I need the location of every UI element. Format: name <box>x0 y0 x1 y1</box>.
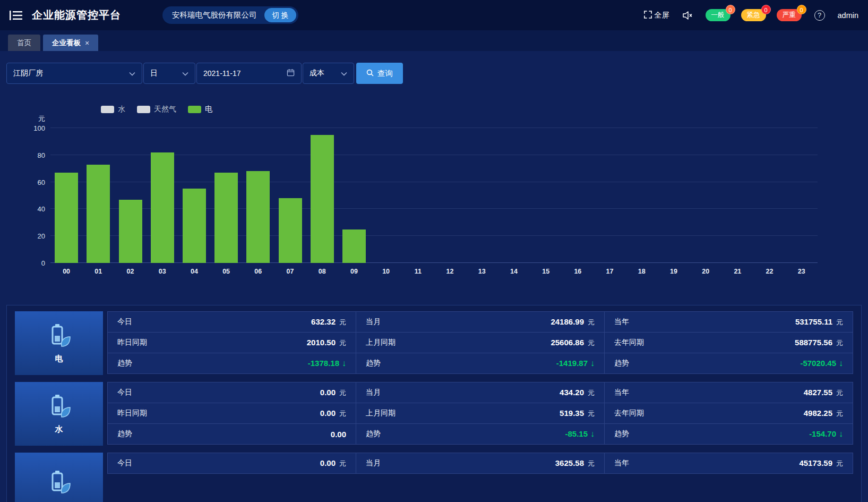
bar-电-04[interactable] <box>183 189 206 263</box>
filter-bar: 江阴厂房 日 2021-11-17 成本 查询 <box>0 51 868 84</box>
user-menu[interactable]: admin <box>838 11 859 20</box>
cell-value: 632.32 <box>311 317 336 326</box>
bar-电-05[interactable] <box>214 173 238 263</box>
legend-item-0[interactable]: 水 <box>101 105 125 114</box>
cell-value-group: 24186.99元 <box>551 317 595 327</box>
bar-电-01[interactable] <box>87 165 110 263</box>
cell-value: 4827.55 <box>804 388 832 397</box>
energy-column: 当月24186.99元上月同期25606.86元趋势-1419.87↓ <box>356 311 605 375</box>
x-tick-label: 16 <box>562 268 594 275</box>
cell-value-group: 531755.11元 <box>795 317 843 327</box>
fullscreen-icon <box>644 11 652 20</box>
alarm-label: 一般 <box>711 11 725 19</box>
bar-电-08[interactable] <box>311 135 334 263</box>
legend-item-1[interactable]: 天然气 <box>137 105 176 114</box>
bar-电-07[interactable] <box>279 198 302 263</box>
bar-slot <box>786 128 818 263</box>
calendar-icon <box>287 69 295 78</box>
y-tick-label: 80 <box>24 151 45 159</box>
bar-电-09[interactable] <box>342 229 366 263</box>
energy-cell: 今日0.00元 <box>107 382 356 403</box>
trend-down-icon: ↓ <box>342 359 346 368</box>
cell-unit: 元 <box>588 409 595 419</box>
alarm-pill-2[interactable]: 严重0 <box>777 9 802 21</box>
bar-电-02[interactable] <box>119 200 142 263</box>
chart-plot: 元 02040608010000010203040506070809101112… <box>50 128 818 263</box>
mute-icon[interactable] <box>682 11 693 20</box>
cell-unit: 元 <box>588 388 595 398</box>
cell-value: 588775.56 <box>795 338 832 347</box>
metric-select[interactable]: 成本 <box>303 63 354 84</box>
menu-collapse-icon[interactable] <box>10 10 23 21</box>
trend-down-icon: ↓ <box>590 429 595 439</box>
energy-column: 今日0.00元昨日同期0.00元趋势0.00 <box>107 382 356 446</box>
tab-1[interactable]: 企业看板× <box>43 35 98 51</box>
energy-column: 当年531755.11元去年同期588775.56元趋势-57020.45↓ <box>604 311 853 375</box>
cell-label: 当年 <box>614 458 629 468</box>
bar-slot <box>434 128 466 263</box>
cell-value: 531755.11 <box>795 317 832 326</box>
cell-value-group: 434.20元 <box>560 388 595 398</box>
cell-value-group: -154.70↓ <box>809 429 843 439</box>
cell-value: 24186.99 <box>551 317 584 326</box>
bar-slot <box>370 128 402 263</box>
bar-slot <box>338 128 370 263</box>
cell-value-group: 2010.50元 <box>307 338 346 348</box>
period-select[interactable]: 日 <box>143 63 195 84</box>
cell-value: -154.70 <box>809 429 836 438</box>
x-tick-label: 08 <box>306 268 338 275</box>
energy-column: 当月434.20元上月同期519.35元趋势-85.15↓ <box>356 382 605 446</box>
y-tick-label: 0 <box>24 259 45 267</box>
energy-cell: 趋势0.00 <box>107 423 356 445</box>
cell-label: 昨日同期 <box>117 409 147 418</box>
bar-电-00[interactable] <box>55 173 78 263</box>
cell-value: -85.15 <box>565 429 588 438</box>
bar-slot <box>210 128 242 263</box>
cell-value-group: -85.15↓ <box>565 429 595 439</box>
bar-电-06[interactable] <box>246 171 270 263</box>
site-select[interactable]: 江阴厂房 <box>6 63 142 84</box>
bar-slot <box>530 128 562 263</box>
bar-slot <box>114 128 146 263</box>
legend-label: 水 <box>118 105 125 114</box>
x-tick-label: 23 <box>786 268 818 275</box>
legend-item-2[interactable]: 电 <box>188 105 212 114</box>
fullscreen-button[interactable]: 全屏 <box>644 11 669 20</box>
energy-cell: 昨日同期0.00元 <box>107 403 356 424</box>
tab-close-icon[interactable]: × <box>85 39 89 47</box>
alarm-pill-0[interactable]: 一般0 <box>706 9 731 21</box>
period-select-value: 日 <box>150 69 158 78</box>
tab-0[interactable]: 首页 <box>8 35 40 51</box>
x-tick-label: 18 <box>626 268 658 275</box>
switch-company-button[interactable]: 切 换 <box>264 8 297 22</box>
cell-label: 趋势 <box>366 359 381 368</box>
bar-slot <box>306 128 338 263</box>
cell-unit: 元 <box>339 388 346 398</box>
x-tick-label: 20 <box>690 268 721 275</box>
y-tick-label: 20 <box>24 232 45 240</box>
cell-value: -1419.87 <box>556 359 588 368</box>
date-picker[interactable]: 2021-11-17 <box>196 63 302 84</box>
cell-unit: 元 <box>588 459 595 469</box>
energy-cell: 去年同期588775.56元 <box>604 332 853 353</box>
cell-label: 当月 <box>366 458 381 468</box>
cell-value-group: 632.32元 <box>311 317 346 327</box>
chevron-down-icon <box>341 69 347 78</box>
cell-unit: 元 <box>836 409 843 419</box>
y-tick-label: 60 <box>24 178 45 186</box>
battery-leaf-icon <box>46 393 72 421</box>
bar-slot <box>658 128 690 263</box>
bar-slot <box>690 128 721 263</box>
legend-chip <box>188 106 201 113</box>
help-icon[interactable]: ? <box>814 10 825 21</box>
x-tick-label: 07 <box>274 268 306 275</box>
energy-cell: 去年同期4982.25元 <box>604 403 853 424</box>
energy-tile: 水 <box>15 382 103 446</box>
bar-电-03[interactable] <box>151 152 174 263</box>
bar-slot <box>402 128 434 263</box>
query-button[interactable]: 查询 <box>356 63 403 84</box>
energy-cell: 当年4827.55元 <box>604 382 853 403</box>
energy-column: 当年45173.59元 <box>604 453 853 502</box>
company-selector: 安科瑞电气股份有限公司 切 换 <box>162 6 298 24</box>
alarm-pill-1[interactable]: 紧急0 <box>741 9 766 21</box>
